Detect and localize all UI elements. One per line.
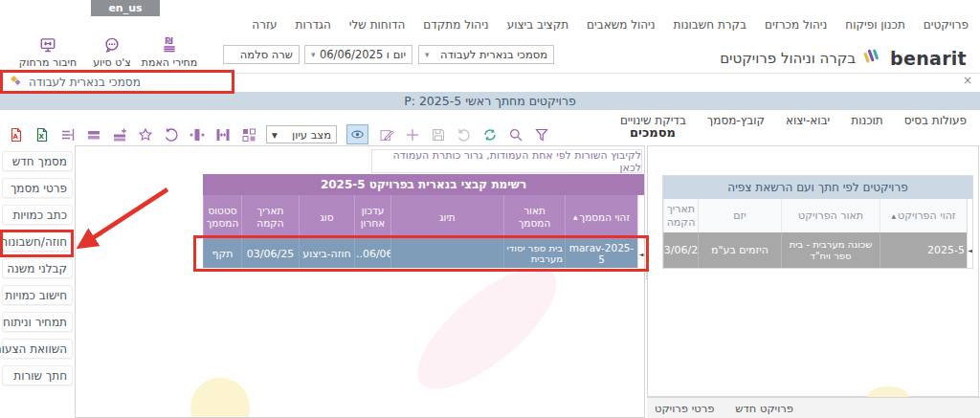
undo-history-icon[interactable] <box>163 126 179 143</box>
group-by-drop-zone[interactable]: לקיבוץ השורות לפי אחת העמודות, גרור כותר… <box>371 149 642 173</box>
user-name-value: שרה סלמה <box>240 48 293 61</box>
chevron-down-icon[interactable]: ▾ <box>425 50 430 59</box>
refresh-icon[interactable] <box>481 126 498 143</box>
sidebar-item-pricing-analysis[interactable]: תמחיר וניתוח <box>2 312 73 332</box>
tab-software[interactable]: תוכנות <box>851 114 882 127</box>
sidebar-item-new-document[interactable]: מסמך חדש <box>2 151 73 171</box>
tab-new-project[interactable]: פרויקט חדש <box>735 402 793 415</box>
sidebar-item-bid-comparison[interactable]: השוואת הצעות <box>2 339 73 359</box>
preview-eye-button[interactable] <box>346 124 368 144</box>
column-header-type[interactable]: סוג <box>299 195 354 239</box>
splitter-handle[interactable]: ⋮ <box>642 271 651 280</box>
menu-item-planning[interactable]: תכנון ופיקוח <box>845 18 904 32</box>
menu-item-budget[interactable]: תקציב ביצוע <box>507 18 568 32</box>
svg-text:₪: ₪ <box>166 36 173 46</box>
column-header-project-id[interactable]: זהוי הפרויקט ▲ <box>880 199 967 232</box>
edit-pencil-icon[interactable] <box>378 126 394 143</box>
column-header-tag[interactable]: תיוג <box>390 195 503 239</box>
documents-section-label: מסמכים <box>630 125 676 140</box>
document-row[interactable]: ◄ marav-2025-5 בית ספר יסודי מערבית 06/0… <box>203 239 644 268</box>
save-disk-icon[interactable] <box>430 126 446 143</box>
menu-item-projects[interactable]: פרויקטים <box>924 18 969 32</box>
add-plus-icon[interactable] <box>404 126 420 143</box>
chevron-down-icon[interactable]: ▾ <box>272 128 278 142</box>
tab-project-details[interactable]: פרטי פרויקט <box>655 402 714 415</box>
sidebar-item-contract-accounts[interactable]: חוזה/חשבונות <box>2 231 73 252</box>
eye-icon <box>350 127 365 142</box>
project-desc-cell[interactable]: שכונה מערבית - בית ספר ויח"ד <box>781 232 880 268</box>
environment-tab[interactable]: en_us <box>91 0 160 16</box>
close-icon[interactable]: × <box>963 75 972 86</box>
benarit-doc-icon <box>10 75 22 89</box>
doc-type-cell[interactable]: חוזה-ביצוע <box>299 239 354 268</box>
project-id-cell[interactable]: 2025-5 <box>880 232 967 268</box>
sidebar-item-bill-of-quantities[interactable]: כתב כמויות <box>2 205 73 225</box>
chevron-down-icon[interactable]: ▾ <box>311 50 316 59</box>
column-header-created[interactable]: תאריך הקמה <box>663 199 698 232</box>
view-mode-value: מצב עיון <box>292 128 331 142</box>
doc-created-cell[interactable]: 03/06/25 <box>241 239 299 268</box>
column-header-developer[interactable]: יזם <box>698 199 781 232</box>
menu-item-accounts[interactable]: בקרת חשבונות <box>674 18 746 32</box>
layout-grid-icon[interactable] <box>240 126 256 143</box>
excel-export-icon[interactable]: X <box>33 126 50 143</box>
user-name-field[interactable]: שרה סלמה <box>223 45 300 64</box>
documents-table-header: זהוי המסמך ▲ תאור המסמך תיוג עדכון אחרון… <box>203 195 644 239</box>
column-header-doc-desc[interactable]: תאור המסמך <box>503 195 565 239</box>
breadcrumb[interactable]: מסמכי בנארית לעבודה <box>0 70 234 94</box>
tab-basic-actions[interactable]: פעולות בסיס <box>904 114 967 127</box>
view-mode-combobox[interactable]: מצב עיון ▾ <box>266 125 337 143</box>
menu-item-tenders[interactable]: ניהול מכרזים <box>765 18 827 32</box>
chat-icon <box>82 34 142 55</box>
date-value: יום ו 06/06/2025 <box>320 48 406 61</box>
remote-connection-button[interactable]: חיבור מרחוק <box>11 34 84 69</box>
column-header-created[interactable]: תאריך הקמה <box>241 195 299 239</box>
documents-table: רשימת קבצי בנארית בפרויקט 2025-5 זהוי המ… <box>203 174 644 268</box>
main-menu: פרויקטים תכנון ופיקוח ניהול מכרזים בקרת … <box>252 18 969 32</box>
true-prices-button[interactable]: ₪ מחירי האמת <box>134 34 205 69</box>
column-header-status[interactable]: סטטוס המסמך <box>203 195 241 239</box>
date-combobox[interactable]: יום ו 06/06/2025 ▾ <box>304 45 412 64</box>
column-header-project-desc[interactable]: תאור הפרויקט <box>781 199 880 232</box>
add-row-icon[interactable] <box>111 126 127 143</box>
menu-item-my-reports[interactable]: הדוחות שלי <box>349 18 405 32</box>
expand-column-icon[interactable] <box>214 126 231 143</box>
undo-arrow-icon[interactable] <box>456 126 472 143</box>
favorites-star-icon[interactable] <box>137 126 153 143</box>
fit-column-icon[interactable] <box>189 126 205 143</box>
doc-last-update-cell[interactable]: 06/06... <box>354 239 390 268</box>
filter-icon[interactable] <box>533 126 549 143</box>
sidebar-item-row-section[interactable]: חתך שורות <box>2 365 73 385</box>
pdf-export-icon[interactable]: A <box>8 126 24 143</box>
row-indicator-icon: ◄ <box>637 239 644 268</box>
projects-panel: פרויקטים לפי חתך ועם הרשאת צפיה זהוי הפר… <box>647 145 979 397</box>
menu-item-resources[interactable]: ניהול משאבים <box>587 18 656 32</box>
sort-asc-icon: ▲ <box>891 212 896 219</box>
fit-rows-icon[interactable] <box>59 126 76 143</box>
menu-item-settings[interactable]: הגדרות <box>296 18 331 32</box>
tab-import-export[interactable]: יבוא-יצוא <box>786 114 830 127</box>
column-header-doc-id[interactable]: זהוי המסמך ▲ <box>565 195 637 239</box>
doc-desc-cell[interactable]: בית ספר יסודי מערבית <box>503 239 565 268</box>
menu-item-advanced[interactable]: ניהול מתקדם <box>423 18 488 32</box>
doc-scope-combobox[interactable]: מסמכי בנארית לעבודה ▾ <box>418 45 554 64</box>
menu-item-help[interactable]: עזרה <box>252 18 277 32</box>
doc-status-cell[interactable]: תקף <box>203 239 241 268</box>
search-icon[interactable] <box>507 126 523 143</box>
project-created-cell[interactable]: 03/06/25 <box>663 232 698 268</box>
doc-id-cell[interactable]: marav-2025-5 <box>565 239 637 268</box>
support-chat-button[interactable]: צ'ט סיוע <box>82 34 142 69</box>
project-row-selected[interactable]: ◄ 2025-5 שכונה מערבית - בית ספר ויח"ד הי… <box>663 232 972 268</box>
true-prices-label: מחירי האמת <box>134 56 205 69</box>
column-header-last-update[interactable]: עדכון אחרון <box>354 195 390 239</box>
doc-tag-cell[interactable] <box>390 239 503 268</box>
decor-blob-pink <box>400 247 575 408</box>
sidebar-item-quantity-calc[interactable]: חישוב כמויות <box>2 285 73 305</box>
rows-icon[interactable] <box>85 126 101 143</box>
project-developer-cell[interactable]: היזמים בע"מ <box>698 232 781 268</box>
sidebar-item-document-details[interactable]: פרטי מסמך <box>2 178 73 198</box>
tab-file-document[interactable]: קובץ-מסמך <box>707 114 765 127</box>
grid-toolbar: A X מצב עיון ▾ <box>8 124 549 144</box>
sort-asc-icon: ▲ <box>573 213 578 220</box>
sidebar-item-subcontractors[interactable]: קבלני משנה <box>2 258 73 278</box>
